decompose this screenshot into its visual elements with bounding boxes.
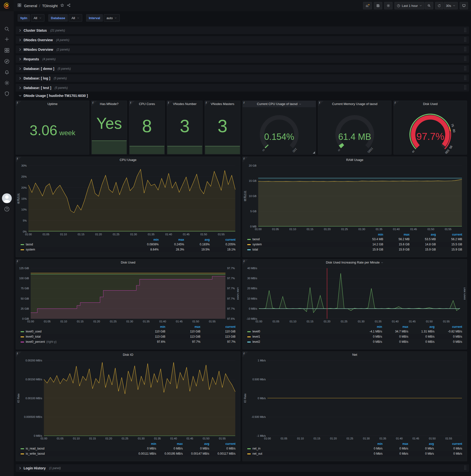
dashboard-settings-button[interactable]: [384, 2, 392, 9]
chevron-right-icon: [18, 86, 22, 90]
row-login-history[interactable]: Login History (1 panel): [16, 464, 469, 472]
chart-plot-area[interactable]: 0 GiB97.6%25 GiB97.7%50 GiB97.7%75 GiB97…: [17, 266, 239, 324]
row-drag-handle-icon[interactable]: [464, 47, 467, 52]
row-drag-handle-icon[interactable]: [464, 465, 467, 471]
row-drag-handle-icon[interactable]: [464, 56, 467, 62]
help-icon[interactable]: [4, 206, 10, 212]
panel-info-icon[interactable]: i: [205, 101, 210, 106]
share-dashboard-icon[interactable]: [67, 3, 71, 8]
zoom-out-time-button[interactable]: [425, 2, 433, 9]
panel-title[interactable]: Current Memory Usage of taosd: [318, 101, 391, 107]
row-database-demo[interactable]: Database: [ demo ](5 panels): [16, 65, 469, 72]
explore-compass-icon[interactable]: [4, 58, 10, 64]
dashboards-icon[interactable]: [4, 47, 10, 53]
panel-info-icon[interactable]: i: [129, 101, 135, 106]
grafana-logo[interactable]: [0, 0, 14, 11]
legend-series-name[interactable]: io_read_taosd: [18, 446, 133, 451]
chart-canvas[interactable]: -10 MB/s0 MB/s10 MB/s20 MB/s30 MB/s40 MB…: [243, 266, 465, 324]
chart-canvas[interactable]: 0 GiB97.6%25 GiB97.7%50 GiB97.7%75 GiB97…: [17, 266, 239, 324]
svg-text:01:45: 01:45: [176, 320, 183, 323]
legend-series-name[interactable]: io_write_taosd: [18, 451, 133, 456]
refresh-button[interactable]: [435, 2, 443, 9]
configuration-gear-icon[interactable]: [4, 80, 10, 86]
panel-info-icon[interactable]: i: [243, 352, 248, 357]
panel-info-icon[interactable]: i: [243, 101, 248, 106]
chart-plot-area[interactable]: 0%5%10%15%20%25%30%01:0001:0501:1001:150…: [17, 164, 239, 237]
create-plus-icon[interactable]: [4, 36, 10, 42]
chart-canvas[interactable]: 0%5%10%15%20%25%30%01:0001:0501:1001:150…: [17, 164, 239, 237]
panel-info-icon[interactable]: i: [243, 259, 248, 265]
chevron-right-icon: [18, 76, 22, 80]
panel-title[interactable]: Net: [243, 352, 467, 358]
panel-info-icon[interactable]: i: [318, 101, 324, 106]
panel-title[interactable]: CPU Usage: [16, 157, 240, 163]
cycle-view-mode-button[interactable]: [460, 2, 468, 9]
chart-plot-area[interactable]: -10 MB/s0 MB/s10 MB/s20 MB/s30 MB/s40 MB…: [243, 266, 465, 324]
chart-plot-area[interactable]: 0 MB5 GB10 GB15 GB20 GB01:0001:0501:1001…: [243, 164, 465, 232]
panel-title[interactable]: Disk Used: [16, 259, 240, 266]
legend-series-name[interactable]: level2: [245, 339, 359, 344]
search-icon[interactable]: [4, 26, 10, 32]
row-dnodes-overview[interactable]: DNodes Overview(4 panels): [16, 36, 469, 44]
row-database-log[interactable]: Database: [ log ](5 panels): [16, 74, 469, 82]
legend-series-name[interactable]: level1: [245, 334, 359, 339]
star-dashboard-icon[interactable]: [60, 3, 64, 8]
panel-title[interactable]: Current CPU Usage of taosd: [243, 101, 316, 107]
breadcrumb-title[interactable]: TDinsight: [42, 4, 58, 8]
row-cluster-status[interactable]: Cluster Status(21 panels): [16, 27, 469, 34]
refresh-interval-picker[interactable]: 30s: [444, 2, 458, 9]
chart-plot-area[interactable]: -1 Mb/s-0.500 Mb/s0 Mb/s0.500 Mb/s1 Mb/s…: [243, 358, 465, 441]
panel-info-icon[interactable]: i: [16, 157, 21, 162]
legend-series-name[interactable]: level0_total: [18, 334, 133, 339]
panel-resize-grip[interactable]: [313, 151, 315, 153]
legend-series-name[interactable]: system: [18, 247, 133, 252]
legend-series-name[interactable]: level0_used: [18, 329, 133, 334]
legend-series-name[interactable]: net_in: [245, 446, 359, 451]
panel-title[interactable]: Disk Used: [394, 101, 467, 107]
legend-series-name[interactable]: taosd: [245, 237, 359, 242]
panel-title[interactable]: Disk Used Increasing Rate per Minute: [243, 259, 467, 266]
panel-info-icon[interactable]: i: [394, 101, 399, 106]
time-range-picker[interactable]: Last 1 hour: [394, 2, 424, 9]
panel-info-icon[interactable]: i: [91, 101, 97, 106]
chart-canvas[interactable]: 0 MB5 GB10 GB15 GB20 GB01:0001:0501:1001…: [243, 164, 465, 232]
row-drag-handle-icon[interactable]: [464, 75, 467, 81]
legend-series-name[interactable]: net_out: [245, 451, 359, 456]
row-requests[interactable]: Requests(4 panels): [16, 55, 469, 63]
row-drag-handle-icon[interactable]: [464, 85, 467, 91]
panel-title[interactable]: Uptime: [16, 101, 89, 107]
legend-series-name[interactable]: system: [245, 242, 359, 247]
chart-plot-area[interactable]: 0 MB/s0.000500 MB/s0.00100 MB/s0.00150 M…: [17, 358, 239, 441]
save-dashboard-button[interactable]: [374, 2, 382, 9]
variable-value-database[interactable]: All: [69, 14, 82, 22]
panel-info-icon[interactable]: i: [243, 157, 248, 162]
panel-info-icon[interactable]: i: [16, 352, 21, 357]
panel-info-icon[interactable]: i: [16, 259, 21, 265]
row-drag-handle-icon[interactable]: [464, 37, 467, 43]
row-dnode-usage[interactable]: DNode Usage [ huolinhe-TM1701:6030 ]: [16, 92, 469, 99]
legend-series-name[interactable]: taosd: [18, 242, 133, 247]
legend-series-name[interactable]: total: [245, 247, 359, 252]
breadcrumb-folder[interactable]: General: [24, 4, 37, 8]
dashboard-grid-icon[interactable]: [17, 3, 22, 8]
server-admin-shield-icon[interactable]: [4, 91, 10, 97]
alerting-bell-icon[interactable]: [4, 69, 10, 75]
panel-title-text: CPU Usage: [120, 157, 137, 163]
chart-canvas[interactable]: -1 Mb/s-0.500 Mb/s0 Mb/s0.500 Mb/s1 Mb/s…: [243, 358, 465, 441]
legend-series-name[interactable]: level0_percent(right-y): [18, 339, 133, 344]
variable-value-interval[interactable]: auto: [104, 14, 120, 22]
row-drag-handle-icon[interactable]: [464, 28, 467, 33]
add-panel-button[interactable]: [363, 2, 372, 9]
row-drag-handle-icon[interactable]: [464, 66, 467, 72]
variable-value-fqdn[interactable]: All: [31, 14, 44, 22]
panel-title[interactable]: RAM Usage: [243, 157, 467, 163]
row-mnodes-overview[interactable]: MNodes Overview(2 panels): [16, 46, 469, 53]
row-database-test[interactable]: Database: [ test ](5 panels): [16, 84, 469, 91]
panel-info-icon[interactable]: i: [16, 101, 21, 106]
panel-title[interactable]: Disk IO: [16, 352, 240, 358]
user-avatar[interactable]: [2, 193, 12, 203]
chart-canvas[interactable]: 0 MB/s0.000500 MB/s0.00100 MB/s0.00150 M…: [17, 358, 239, 441]
legend-series-name[interactable]: level0: [245, 329, 359, 334]
svg-text:15 GB: 15 GB: [249, 179, 256, 182]
panel-info-icon[interactable]: i: [167, 101, 172, 106]
